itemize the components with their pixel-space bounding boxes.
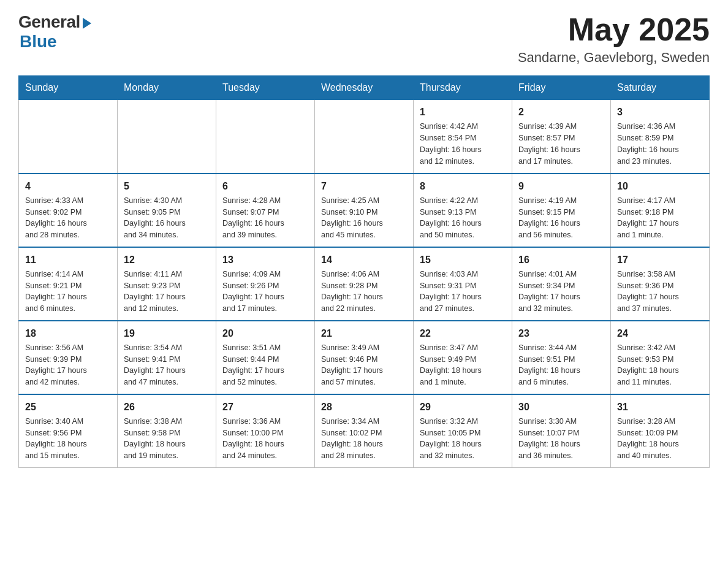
- calendar-day-cell: 27Sunrise: 3:36 AM Sunset: 10:00 PM Dayl…: [216, 394, 315, 468]
- day-number: 7: [321, 179, 407, 193]
- day-info: Sunrise: 3:49 AM Sunset: 9:46 PM Dayligh…: [321, 342, 407, 388]
- calendar-day-cell: 19Sunrise: 3:54 AM Sunset: 9:41 PM Dayli…: [118, 321, 216, 394]
- calendar-day-cell: 9Sunrise: 4:19 AM Sunset: 9:15 PM Daylig…: [512, 174, 611, 247]
- calendar-day-cell: 16Sunrise: 4:01 AM Sunset: 9:34 PM Dayli…: [512, 247, 611, 321]
- calendar-day-cell: 15Sunrise: 4:03 AM Sunset: 9:31 PM Dayli…: [414, 247, 512, 321]
- weekday-header-wednesday: Wednesday: [315, 76, 414, 100]
- calendar-day-cell: 6Sunrise: 4:28 AM Sunset: 9:07 PM Daylig…: [216, 174, 315, 247]
- day-info: Sunrise: 3:56 AM Sunset: 9:39 PM Dayligh…: [25, 342, 111, 388]
- day-info: Sunrise: 4:39 AM Sunset: 8:57 PM Dayligh…: [518, 121, 604, 167]
- calendar-day-cell: 4Sunrise: 4:33 AM Sunset: 9:02 PM Daylig…: [19, 174, 118, 247]
- location-subtitle: Sandarne, Gaevleborg, Sweden: [518, 50, 710, 66]
- calendar-day-cell: 28Sunrise: 3:34 AM Sunset: 10:02 PM Dayl…: [315, 394, 414, 468]
- calendar-day-cell: 2Sunrise: 4:39 AM Sunset: 8:57 PM Daylig…: [512, 100, 611, 174]
- calendar-day-cell: 18Sunrise: 3:56 AM Sunset: 9:39 PM Dayli…: [19, 321, 118, 394]
- day-info: Sunrise: 4:03 AM Sunset: 9:31 PM Dayligh…: [420, 269, 506, 315]
- day-number: 30: [518, 400, 604, 414]
- calendar-day-cell: 29Sunrise: 3:32 AM Sunset: 10:05 PM Dayl…: [414, 394, 512, 468]
- day-number: 29: [420, 400, 506, 414]
- calendar-week-row: 1Sunrise: 4:42 AM Sunset: 8:54 PM Daylig…: [19, 100, 710, 174]
- day-number: 25: [25, 400, 111, 414]
- calendar-day-cell: 7Sunrise: 4:25 AM Sunset: 9:10 PM Daylig…: [315, 174, 414, 247]
- day-number: 1: [420, 105, 506, 119]
- calendar-day-cell: 3Sunrise: 4:36 AM Sunset: 8:59 PM Daylig…: [611, 100, 710, 174]
- day-number: 8: [420, 179, 506, 193]
- day-info: Sunrise: 4:22 AM Sunset: 9:13 PM Dayligh…: [420, 195, 506, 241]
- day-number: 2: [518, 105, 604, 119]
- logo: General Blue: [18, 12, 91, 52]
- day-info: Sunrise: 3:38 AM Sunset: 9:58 PM Dayligh…: [124, 416, 210, 462]
- day-number: 17: [617, 253, 703, 267]
- day-info: Sunrise: 4:33 AM Sunset: 9:02 PM Dayligh…: [25, 195, 111, 241]
- day-number: 5: [124, 179, 210, 193]
- calendar-day-cell: 24Sunrise: 3:42 AM Sunset: 9:53 PM Dayli…: [611, 321, 710, 394]
- calendar-day-cell: 31Sunrise: 3:28 AM Sunset: 10:09 PM Dayl…: [611, 394, 710, 468]
- day-number: 6: [222, 179, 308, 193]
- calendar-day-cell: 21Sunrise: 3:49 AM Sunset: 9:46 PM Dayli…: [315, 321, 414, 394]
- calendar-table: SundayMondayTuesdayWednesdayThursdayFrid…: [18, 75, 710, 468]
- day-info: Sunrise: 4:36 AM Sunset: 8:59 PM Dayligh…: [617, 121, 703, 167]
- day-number: 15: [420, 253, 506, 267]
- weekday-header-row: SundayMondayTuesdayWednesdayThursdayFrid…: [19, 76, 710, 100]
- day-number: 10: [617, 179, 703, 193]
- day-info: Sunrise: 4:42 AM Sunset: 8:54 PM Dayligh…: [420, 121, 506, 167]
- calendar-day-cell: 11Sunrise: 4:14 AM Sunset: 9:21 PM Dayli…: [19, 247, 118, 321]
- day-number: 27: [222, 400, 308, 414]
- day-info: Sunrise: 4:06 AM Sunset: 9:28 PM Dayligh…: [321, 269, 407, 315]
- calendar-day-cell: [216, 100, 315, 174]
- day-number: 4: [25, 179, 111, 193]
- weekday-header-sunday: Sunday: [19, 76, 118, 100]
- month-year-title: May 2025: [518, 12, 710, 47]
- weekday-header-monday: Monday: [118, 76, 216, 100]
- calendar-day-cell: 22Sunrise: 3:47 AM Sunset: 9:49 PM Dayli…: [414, 321, 512, 394]
- day-info: Sunrise: 3:36 AM Sunset: 10:00 PM Daylig…: [222, 416, 308, 462]
- day-info: Sunrise: 3:44 AM Sunset: 9:51 PM Dayligh…: [518, 342, 604, 388]
- day-number: 9: [518, 179, 604, 193]
- day-info: Sunrise: 4:01 AM Sunset: 9:34 PM Dayligh…: [518, 269, 604, 315]
- calendar-week-row: 4Sunrise: 4:33 AM Sunset: 9:02 PM Daylig…: [19, 174, 710, 247]
- day-info: Sunrise: 3:32 AM Sunset: 10:05 PM Daylig…: [420, 416, 506, 462]
- day-info: Sunrise: 4:09 AM Sunset: 9:26 PM Dayligh…: [222, 269, 308, 315]
- day-number: 18: [25, 326, 111, 340]
- calendar-day-cell: 13Sunrise: 4:09 AM Sunset: 9:26 PM Dayli…: [216, 247, 315, 321]
- day-info: Sunrise: 3:28 AM Sunset: 10:09 PM Daylig…: [617, 416, 703, 462]
- day-info: Sunrise: 3:54 AM Sunset: 9:41 PM Dayligh…: [124, 342, 210, 388]
- calendar-day-cell: 14Sunrise: 4:06 AM Sunset: 9:28 PM Dayli…: [315, 247, 414, 321]
- calendar-day-cell: 17Sunrise: 3:58 AM Sunset: 9:36 PM Dayli…: [611, 247, 710, 321]
- calendar-day-cell: [118, 100, 216, 174]
- logo-general-text: General: [18, 12, 80, 32]
- day-info: Sunrise: 4:28 AM Sunset: 9:07 PM Dayligh…: [222, 195, 308, 241]
- day-number: 14: [321, 253, 407, 267]
- day-info: Sunrise: 3:30 AM Sunset: 10:07 PM Daylig…: [518, 416, 604, 462]
- weekday-header-tuesday: Tuesday: [216, 76, 315, 100]
- day-number: 3: [617, 105, 703, 119]
- weekday-header-friday: Friday: [512, 76, 611, 100]
- logo-blue-text: Blue: [20, 32, 57, 52]
- day-number: 16: [518, 253, 604, 267]
- day-number: 11: [25, 253, 111, 267]
- day-number: 12: [124, 253, 210, 267]
- day-number: 20: [222, 326, 308, 340]
- calendar-day-cell: 30Sunrise: 3:30 AM Sunset: 10:07 PM Dayl…: [512, 394, 611, 468]
- day-number: 19: [124, 326, 210, 340]
- day-info: Sunrise: 3:34 AM Sunset: 10:02 PM Daylig…: [321, 416, 407, 462]
- day-number: 26: [124, 400, 210, 414]
- day-info: Sunrise: 4:11 AM Sunset: 9:23 PM Dayligh…: [124, 269, 210, 315]
- calendar-day-cell: 10Sunrise: 4:17 AM Sunset: 9:18 PM Dayli…: [611, 174, 710, 247]
- day-info: Sunrise: 3:47 AM Sunset: 9:49 PM Dayligh…: [420, 342, 506, 388]
- weekday-header-saturday: Saturday: [611, 76, 710, 100]
- calendar-week-row: 18Sunrise: 3:56 AM Sunset: 9:39 PM Dayli…: [19, 321, 710, 394]
- calendar-week-row: 25Sunrise: 3:40 AM Sunset: 9:56 PM Dayli…: [19, 394, 710, 468]
- day-info: Sunrise: 4:19 AM Sunset: 9:15 PM Dayligh…: [518, 195, 604, 241]
- calendar-day-cell: 12Sunrise: 4:11 AM Sunset: 9:23 PM Dayli…: [118, 247, 216, 321]
- calendar-day-cell: 26Sunrise: 3:38 AM Sunset: 9:58 PM Dayli…: [118, 394, 216, 468]
- calendar-week-row: 11Sunrise: 4:14 AM Sunset: 9:21 PM Dayli…: [19, 247, 710, 321]
- calendar-day-cell: 8Sunrise: 4:22 AM Sunset: 9:13 PM Daylig…: [414, 174, 512, 247]
- day-number: 21: [321, 326, 407, 340]
- calendar-day-cell: 25Sunrise: 3:40 AM Sunset: 9:56 PM Dayli…: [19, 394, 118, 468]
- day-info: Sunrise: 3:51 AM Sunset: 9:44 PM Dayligh…: [222, 342, 308, 388]
- calendar-day-cell: 1Sunrise: 4:42 AM Sunset: 8:54 PM Daylig…: [414, 100, 512, 174]
- calendar-day-cell: 23Sunrise: 3:44 AM Sunset: 9:51 PM Dayli…: [512, 321, 611, 394]
- day-number: 24: [617, 326, 703, 340]
- weekday-header-thursday: Thursday: [414, 76, 512, 100]
